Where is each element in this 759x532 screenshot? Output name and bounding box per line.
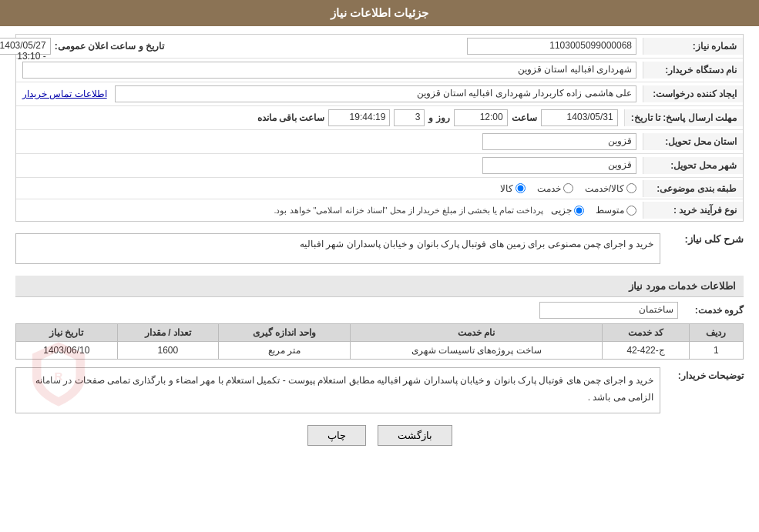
- khadamat-title: اطلاعات خدمات مورد نیاز: [15, 276, 744, 297]
- tozihat-value: خرید و اجرای چمن های فوتبال پارک بانوان …: [35, 375, 653, 403]
- tabaghe-radio-group: کالا/خدمت خدمت کالا: [22, 183, 636, 194]
- watermark-shield: R: [24, 340, 93, 409]
- radio-kala[interactable]: کالا: [500, 183, 526, 194]
- page-header: جزئیات اطلاعات نیاز: [0, 0, 759, 26]
- cell-tedad: 1600: [117, 342, 219, 360]
- radio-kala-khadamat-label: کالا/خدمت: [585, 183, 624, 194]
- saat-label: ساعت: [512, 112, 537, 123]
- buttons-row: بازگشت چاپ: [15, 425, 744, 446]
- namdastgah-input: شهرداری افبالیه استان قزوین: [22, 62, 636, 79]
- row-shahr: شهر محل تحویل: قزوین: [16, 154, 743, 178]
- row-namdastgah: نام دستگاه خریدار: شهرداری افبالیه استان…: [16, 59, 743, 82]
- col-radif: ردیف: [689, 324, 743, 342]
- cell-kod: ج-422-42: [603, 342, 689, 360]
- content-area: شماره نیاز: 1103005099000068 تاریخ و ساع…: [0, 26, 759, 465]
- shahr-value: قزوین: [16, 154, 643, 177]
- sherh-label: شرح کلی نیاز:: [667, 233, 744, 245]
- col-tedad: تعداد / مقدار: [117, 324, 219, 342]
- tabaghe-label: طبقه بندی موضوعی:: [643, 180, 743, 197]
- tarikh-elaan-label: تاریخ و ساعت اعلان عمومی:: [55, 41, 164, 52]
- roz-input: 3: [394, 109, 425, 126]
- grouh-label: گروه خدمت:: [682, 305, 744, 316]
- ijadkonnde-input: علی هاشمی زاده کاربردار شهرداری افبالیه …: [115, 85, 636, 102]
- page-wrapper: جزئیات اطلاعات نیاز شماره نیاز: 11030050…: [0, 0, 759, 532]
- row-nowfarayand: نوع فرآیند خرید : متوسط جزیی: [16, 199, 743, 221]
- radio-motavasset[interactable]: متوسط: [596, 205, 636, 216]
- radio-jozi-label: جزیی: [551, 205, 572, 216]
- radio-kala-input[interactable]: [516, 183, 526, 193]
- mohlat-fields: 1403/05/31 ساعت 12:00 روز و 3 19:44:19 س…: [22, 109, 618, 126]
- radio-motavasset-input[interactable]: [626, 206, 636, 216]
- radio-kala-khadamat[interactable]: کالا/خدمت: [585, 183, 636, 194]
- shomareNiaz-value: 1103005099000068: [170, 35, 643, 58]
- mohlat-label: مهلت ارسال پاسخ: تا تاریخ:: [624, 109, 743, 126]
- services-table: ردیف کد خدمت نام خدمت واحد اندازه گیری ت…: [15, 323, 744, 360]
- roz-label: روز و: [428, 112, 449, 123]
- nowfarayand-radio-group: متوسط جزیی: [551, 205, 636, 216]
- tozihat-row: توضیحات خریدار: R خرید و اجرای چمن های ف…: [15, 367, 744, 413]
- col-vahed: واحد اندازه گیری: [219, 324, 351, 342]
- tarikh-elaan-group: تاریخ و ساعت اعلان عمومی: 1403/05/27 - 1…: [16, 38, 170, 55]
- radio-khadamat[interactable]: خدمت: [537, 183, 573, 194]
- row-shomareNiaz: شماره نیاز: 1103005099000068 تاریخ و ساع…: [16, 35, 743, 59]
- table-header-row: ردیف کد خدمت نام خدمت واحد اندازه گیری ت…: [16, 324, 744, 342]
- radio-khadamat-label: خدمت: [537, 183, 561, 194]
- nowfarayand-note: پرداخت تمام یا بخشی از مبلغ خریدار از مح…: [274, 206, 543, 216]
- page-title: جزئیات اطلاعات نیاز: [331, 6, 428, 19]
- col-kod: کد خدمت: [603, 324, 689, 342]
- nowfarayand-group: متوسط جزیی پرداخت تمام یا بخشی از مبلغ خ…: [22, 205, 636, 216]
- row-ostan: استان محل تحویل: قزوین: [16, 130, 743, 154]
- radio-khadamat-input[interactable]: [563, 183, 573, 193]
- tozihat-label: توضیحات خریدار:: [667, 370, 744, 381]
- nowfarayand-label: نوع فرآیند خرید :: [643, 202, 743, 219]
- cell-vahed: متر مربع: [219, 342, 351, 360]
- mohlat-value: 1403/05/31 ساعت 12:00 روز و 3 19:44:19 س…: [16, 106, 624, 129]
- tarikh-input: 1403/05/31: [541, 109, 618, 126]
- radio-jozi[interactable]: جزیی: [551, 205, 584, 216]
- tabaghe-value: کالا/خدمت خدمت کالا: [16, 180, 643, 197]
- row-tabaghe: طبقه بندی موضوعی: کالا/خدمت خدمت: [16, 178, 743, 199]
- shomareNiaz-input: 1103005099000068: [467, 38, 636, 55]
- cell-radif: 1: [689, 342, 743, 360]
- chap-button[interactable]: چاپ: [307, 425, 366, 446]
- ettelaat-link[interactable]: اطلاعات تماس خریدار: [22, 89, 107, 99]
- radio-kala-khadamat-input[interactable]: [626, 183, 636, 193]
- ijadkonnde-label: ایجاد کننده درخواست:: [643, 85, 743, 102]
- tozihat-box: R خرید و اجرای چمن های فوتبال پارک بانوا…: [15, 367, 660, 413]
- ijadkonnde-value: علی هاشمی زاده کاربردار شهرداری افبالیه …: [16, 82, 643, 105]
- grouh-input: ساختمان: [539, 302, 678, 319]
- row-ijadkonnde: ایجاد کننده درخواست: علی هاشمی زاده کارب…: [16, 82, 743, 106]
- sherh-box: خرید و اجرای چمن مصنوعی برای زمین های فو…: [15, 233, 660, 264]
- ostan-label: استان محل تحویل:: [643, 133, 743, 150]
- namdastgah-value: شهرداری افبالیه استان قزوین: [16, 59, 643, 82]
- grouh-row: گروه خدمت: ساختمان: [15, 302, 744, 319]
- nowfarayand-value: متوسط جزیی پرداخت تمام یا بخشی از مبلغ خ…: [16, 202, 643, 219]
- col-nam: نام خدمت: [350, 324, 603, 342]
- radio-kala-label: کالا: [500, 183, 513, 194]
- sherh-row: شرح کلی نیاز: خرید و اجرای چمن مصنوعی بر…: [15, 229, 744, 268]
- radio-motavasset-label: متوسط: [596, 205, 624, 216]
- shahr-input: قزوین: [482, 157, 636, 174]
- tarikh-elaan-value: 1403/05/27 - 13:10: [0, 38, 51, 55]
- svg-text:R: R: [55, 370, 63, 383]
- radio-jozi-input[interactable]: [574, 206, 584, 216]
- cell-nam: ساخت پروژه‌های تاسیسات شهری: [350, 342, 603, 360]
- shomareNiaz-label: شماره نیاز:: [643, 38, 743, 55]
- table-row: 1ج-422-42ساخت پروژه‌های تاسیسات شهریمتر …: [16, 342, 744, 360]
- shahr-label: شهر محل تحویل:: [643, 157, 743, 174]
- ostan-value: قزوین: [16, 130, 643, 153]
- row-mohlat: مهلت ارسال پاسخ: تا تاریخ: 1403/05/31 سا…: [16, 106, 743, 130]
- ostan-input: قزوین: [482, 133, 636, 150]
- namdastgah-label: نام دستگاه خریدار:: [643, 62, 743, 79]
- sherh-value: خرید و اجرای چمن مصنوعی برای زمین های فو…: [300, 239, 653, 249]
- main-info-section: شماره نیاز: 1103005099000068 تاریخ و ساع…: [15, 34, 744, 222]
- remaining-label: ساعت باقی مانده: [257, 112, 325, 123]
- bazgasht-button[interactable]: بازگشت: [378, 425, 452, 446]
- saat-input: 12:00: [454, 109, 508, 126]
- remaining-input: 19:44:19: [328, 109, 390, 126]
